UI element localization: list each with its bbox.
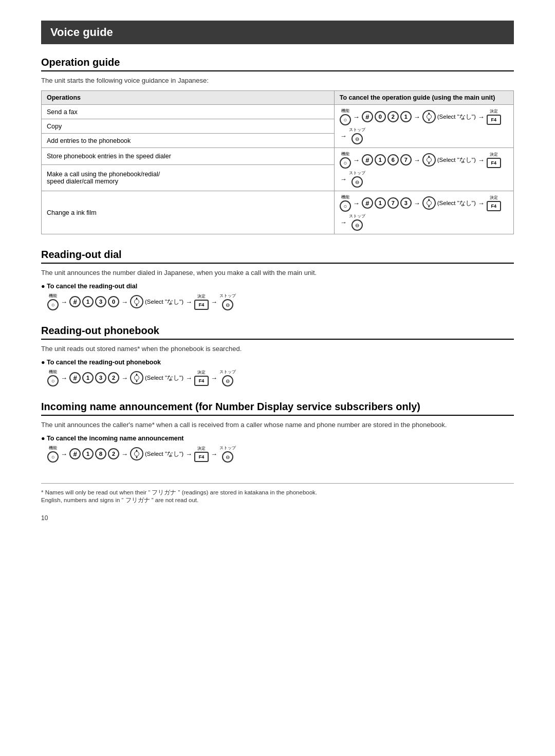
kinou-button: ○ xyxy=(340,114,351,125)
incoming-title: Incoming name announcement (for Number D… xyxy=(41,401,514,416)
cancel-seq-2: 機能 ○ → # 1 6 7 → (Select "なし") → xyxy=(334,148,513,191)
stop-button-3: ⊖ xyxy=(351,219,363,231)
rop-1: 1 xyxy=(82,372,94,383)
digit-1b: 1 xyxy=(375,197,386,209)
ina-8: 8 xyxy=(95,448,106,459)
table-row: Send a fax 機能 ○ → # 0 2 1 → xyxy=(42,105,514,119)
table-row: Change a ink film 機能 ○ → # 1 7 3 → xyxy=(42,191,514,234)
stop-button: ⊖ xyxy=(351,133,363,144)
rod-f4: F4 xyxy=(194,300,209,310)
incoming-desc: The unit announces the caller's name* wh… xyxy=(41,421,514,429)
nav-button-2 xyxy=(422,153,436,167)
incoming-name-section: Incoming name announcement (for Number D… xyxy=(41,401,514,463)
header-title: Voice guide xyxy=(50,26,113,39)
reading-out-phonebook-title: Reading-out phonebook xyxy=(41,325,514,340)
hash-button: # xyxy=(362,111,373,122)
f4-button: F4 xyxy=(487,115,501,125)
ina-nav xyxy=(130,447,143,460)
rop-nav xyxy=(130,371,143,384)
digit-1a: 1 xyxy=(375,154,386,165)
reading-out-phonebook-desc: The unit reads out stored names* when th… xyxy=(41,345,514,353)
ina-1: 1 xyxy=(82,448,94,459)
cancel-reading-phonebook-bullet: To cancel the reading-out phonebook xyxy=(41,359,514,366)
rop-f4: F4 xyxy=(194,376,209,386)
nav-button xyxy=(422,110,436,123)
digit-3: 3 xyxy=(400,197,412,209)
digit-7b: 7 xyxy=(387,197,399,209)
page-header: Voice guide xyxy=(41,21,514,44)
rod-0: 0 xyxy=(108,296,119,307)
op-add-phonebook: Add entries to the phonebook xyxy=(42,134,335,148)
operation-guide-subtitle: The unit starts the following voice guid… xyxy=(41,77,514,84)
rop-kinou: ○ xyxy=(47,375,59,386)
operations-table: Operations To cancel the operation guide… xyxy=(41,90,514,234)
page-number: 10 xyxy=(41,514,514,522)
hash-button-2: # xyxy=(362,154,373,165)
op-store-speed-dial: Store phonebook entries in the speed dia… xyxy=(42,148,335,165)
cancel-reading-out-dial-bullet: To cancel the reading-out dial xyxy=(41,283,514,290)
col-cancel-header: To cancel the operation guide (using the… xyxy=(334,91,513,105)
nav-button-3 xyxy=(422,196,436,210)
operation-guide-section: Operation guide The unit starts the foll… xyxy=(41,57,514,234)
cancel-seq-3: 機能 ○ → # 1 7 3 → (Select "なし") → xyxy=(334,191,513,234)
rod-kinou: ○ xyxy=(47,299,59,310)
rod-stop: ⊖ xyxy=(222,299,233,310)
digit-2: 2 xyxy=(387,111,399,122)
reading-out-dial-desc: The unit announces the number dialed in … xyxy=(41,269,514,276)
op-change-ink: Change a ink film xyxy=(42,191,335,234)
stop-button-2: ⊖ xyxy=(351,176,363,188)
op-copy: Copy xyxy=(42,119,335,134)
rod-1: 1 xyxy=(82,296,94,307)
ina-hash: # xyxy=(69,448,81,459)
rod-hash: # xyxy=(69,296,81,307)
op-send-fax: Send a fax xyxy=(42,105,335,119)
rod-nav xyxy=(130,295,143,308)
cancel-seq-1: 機能 ○ → # 0 2 1 → (Select "なし") → xyxy=(334,105,513,148)
digit-6: 6 xyxy=(387,154,399,165)
rop-stop: ⊖ xyxy=(222,375,233,386)
col-operations-header: Operations xyxy=(42,91,335,105)
rop-hash: # xyxy=(69,372,81,383)
op-make-call: Make a call using the phonebook/redial/s… xyxy=(42,165,335,191)
operation-guide-title: Operation guide xyxy=(41,57,514,71)
f4-button-2: F4 xyxy=(487,158,501,168)
reading-out-dial-title: Reading-out dial xyxy=(41,249,514,264)
hash-button-3: # xyxy=(362,197,373,209)
table-row: Store phonebook entries in the speed dia… xyxy=(42,148,514,165)
footer-note-2: English, numbers and signs in “ フリガナ ” a… xyxy=(41,496,514,504)
kinou-button-3: ○ xyxy=(340,200,351,212)
footer-note-1: * Names will only be read out when their… xyxy=(41,489,514,496)
kinou-button-2: ○ xyxy=(340,157,351,169)
ina-f4: F4 xyxy=(194,452,209,462)
f4-button-3: F4 xyxy=(487,201,501,211)
page-footer: * Names will only be read out when their… xyxy=(41,483,514,522)
ina-2: 2 xyxy=(108,448,119,459)
reading-out-phonebook-section: Reading-out phonebook The unit reads out… xyxy=(41,325,514,386)
digit-0: 0 xyxy=(375,111,386,122)
rop-2: 2 xyxy=(108,372,119,383)
digit-1: 1 xyxy=(400,111,412,122)
digit-7: 7 xyxy=(400,154,412,165)
cancel-incoming-bullet: To cancel the incoming name announcement xyxy=(41,435,514,442)
rop-3: 3 xyxy=(95,372,106,383)
rod-3: 3 xyxy=(95,296,106,307)
ina-kinou: ○ xyxy=(47,451,59,463)
ina-stop: ⊖ xyxy=(222,451,233,463)
reading-out-dial-section: Reading-out dial The unit announces the … xyxy=(41,249,514,310)
